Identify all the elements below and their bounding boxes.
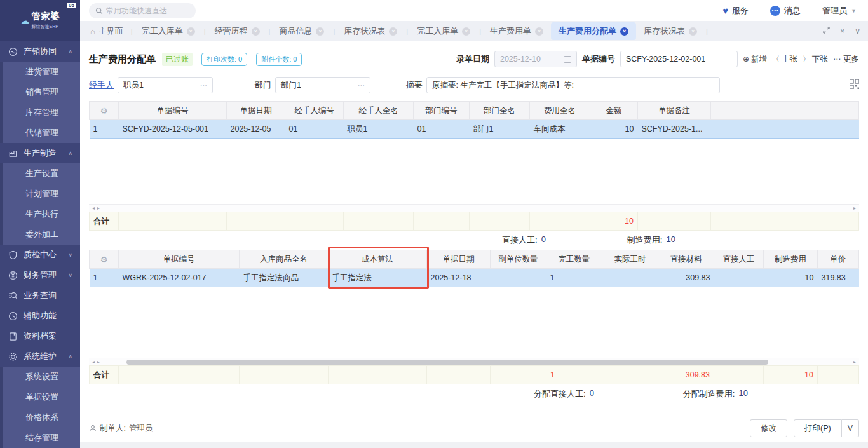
direct-labor-value: 0 [541, 234, 546, 246]
close-icon[interactable]: × [316, 27, 324, 36]
sidebar-item-sales-collab[interactable]: 产销协同 ∧ [0, 41, 80, 62]
plus-circle-icon: ⊕ [743, 55, 749, 64]
calendar-icon[interactable] [564, 56, 571, 63]
print-dropdown-button[interactable]: V [842, 419, 859, 437]
ellipsis-icon[interactable]: ⋯ [200, 81, 207, 90]
new-button[interactable]: ⊕新增 [743, 54, 767, 65]
tab-production-cost-doc[interactable]: 生产费用单× [482, 22, 551, 40]
tab-product-info[interactable]: 商品信息× [271, 22, 332, 40]
tab-bar: ⌂ 主界面 | 完工入库单× | 经营历程× | 商品信息× | 库存状况表× … [80, 21, 868, 41]
doc-no-field[interactable]: SCFY-2025-12-02-001 [620, 51, 738, 67]
scroll-right-icon[interactable]: ▸ [97, 205, 100, 211]
sidebar-item-system-settings[interactable]: 系统设置 [0, 367, 80, 387]
tab-finished-goods-receipt-2[interactable]: 完工入库单× [409, 22, 478, 40]
chevron-down-icon: ▼ [851, 8, 857, 14]
scroll-left-icon[interactable]: ◂ [92, 359, 95, 365]
top-bar: ♥ 服务 ••• 消息 管理员 ▼ [80, 0, 868, 21]
close-icon[interactable]: × [535, 27, 543, 36]
quick-search[interactable] [89, 3, 196, 18]
sidebar-item-procurement-mgmt[interactable]: 进货管理 [0, 62, 80, 82]
scrollbar-thumb[interactable] [126, 360, 768, 365]
receipt-table-row[interactable]: 1 WGRK-2025-12-02-017 手工指定法商品 手工指定法 2025… [90, 269, 859, 287]
sidebar-item-inventory-mgmt[interactable]: 库存管理 [0, 102, 80, 123]
user-name: 管理员 [822, 5, 847, 17]
horizontal-scrollbar[interactable]: ◂ ▸ ▸ [89, 358, 859, 365]
print-count-chip[interactable]: 打印次数: 0 [201, 53, 247, 66]
sidebar-item-finance-mgmt[interactable]: 财务管理 ∨ [0, 265, 80, 285]
qr-code-icon[interactable] [850, 79, 859, 91]
tab-inventory-status-2[interactable]: 库存状况表× [636, 22, 705, 40]
sidebar-menu: 产销协同 ∧ 进货管理 销售管理 库存管理 代销管理 生产制造 ∧ 生产设置 计… [0, 41, 80, 448]
chevron-up-icon: ∧ [68, 353, 72, 360]
prev-doc-button[interactable]: 〈上张 [772, 54, 797, 65]
sidebar-item-qc-center[interactable]: 质检中心 ∨ [0, 245, 80, 265]
yen-circle-icon [8, 270, 18, 281]
service-button[interactable]: ♥ 服务 [722, 5, 749, 17]
collapse-icon[interactable]: ∨ [855, 27, 860, 36]
close-icon[interactable]: × [689, 27, 697, 36]
sidebar-item-system-maintenance[interactable]: 系统维护 ∧ [0, 346, 80, 367]
sidebar-item-balance-mgmt[interactable]: 结存管理 [0, 428, 80, 448]
alloc-direct-labor-value: 0 [590, 388, 594, 400]
sidebar-item-production-mfg[interactable]: 生产制造 ∧ [0, 143, 80, 163]
sidebar-item-data-archive[interactable]: 资料档案 [0, 326, 80, 346]
sidebar-item-production-setup[interactable]: 生产设置 [0, 163, 80, 184]
expense-table-row[interactable]: 1 SCFYD-2025-12-05-001 2025-12-05 01 职员1… [90, 120, 859, 139]
tab-production-cost-allocation[interactable]: 生产费用分配单× [551, 22, 636, 40]
logo-subtitle: 辉煌智造ERP [32, 24, 58, 29]
sidebar-item-sales-mgmt[interactable]: 销售管理 [0, 82, 80, 102]
next-doc-button[interactable]: 〉下张 [803, 54, 828, 65]
sidebar-item-doc-settings[interactable]: 单据设置 [0, 387, 80, 407]
message-button[interactable]: ••• 消息 [770, 5, 801, 17]
tab-home[interactable]: ⌂ 主界面 [88, 25, 130, 37]
cost-method-header[interactable]: 成本算法 [329, 250, 427, 269]
close-icon[interactable]: × [462, 27, 470, 36]
tab-finished-goods-receipt-1[interactable]: 完工入库单× [134, 22, 203, 40]
more-button[interactable]: ⋯更多 [833, 54, 859, 65]
sidebar-item-production-exec[interactable]: 生产执行 [0, 204, 80, 224]
dept-field[interactable]: 部门1⋯ [275, 77, 370, 93]
sidebar-item-aux-functions[interactable]: 辅助功能 [0, 306, 80, 326]
handler-label-link[interactable]: 经手人 [89, 79, 114, 91]
chevron-up-icon: ∧ [68, 48, 72, 55]
modify-button[interactable]: 修改 [750, 419, 787, 437]
horizontal-scrollbar[interactable]: ◂ ▸ ▸ [89, 204, 859, 212]
close-icon[interactable]: × [840, 27, 844, 36]
scroll-right-icon[interactable]: ▸ [97, 359, 100, 365]
cloud-logo-icon: ☁ [20, 15, 30, 27]
column-settings-button[interactable]: ⚙ [90, 250, 119, 269]
alloc-mfg-overhead-label: 分配制造费用: [683, 388, 735, 400]
sidebar-item-biz-query[interactable]: 业务查询 [0, 285, 80, 306]
close-icon[interactable]: × [187, 27, 195, 36]
notebook-icon [8, 331, 18, 342]
expense-table: ⚙ 单据编号 单据日期 经手人编号 经手人全名 部门编号 部门全名 费用全名 金… [89, 101, 859, 231]
sidebar-item-consignment-mgmt[interactable]: 代销管理 [0, 123, 80, 143]
expand-icon[interactable] [823, 27, 830, 36]
cost-method-cell[interactable]: 手工指定法 [329, 269, 427, 287]
print-button[interactable]: 打印(P) [794, 419, 842, 437]
column-settings-button[interactable]: ⚙ [90, 102, 119, 120]
close-icon[interactable]: × [389, 27, 397, 36]
record-date-field[interactable]: 2025-12-10 [494, 51, 577, 67]
attachment-count-chip[interactable]: 附件个数: 0 [256, 53, 302, 66]
ellipsis-icon[interactable]: ⋯ [358, 81, 365, 90]
sidebar-item-plan-mgmt[interactable]: 计划管理 [0, 184, 80, 204]
scroll-right-icon[interactable]: ▸ [853, 359, 856, 365]
sidebar-item-outsourcing[interactable]: 委外加工 [0, 224, 80, 245]
close-icon[interactable]: × [620, 27, 628, 36]
tab-inventory-status-1[interactable]: 库存状况表× [336, 22, 405, 40]
sidebar-item-price-system[interactable]: 价格体系 [0, 407, 80, 428]
close-icon[interactable]: × [252, 27, 260, 36]
tab-business-history[interactable]: 经营历程× [207, 22, 268, 40]
handler-field[interactable]: 职员1⋯ [118, 77, 213, 93]
summary-field[interactable]: 原摘要: 生产完工【手工指定法商品】等: [426, 77, 720, 93]
scroll-right-icon[interactable]: ▸ [853, 205, 856, 211]
user-menu[interactable]: 管理员 ▼ [822, 5, 857, 17]
summary-label: 摘要 [406, 79, 423, 91]
chevron-down-icon: ∨ [68, 252, 72, 258]
row-number: 1 [90, 269, 119, 287]
scroll-left-icon[interactable]: ◂ [92, 205, 95, 211]
search-input[interactable] [106, 6, 189, 15]
chevron-left-icon: 〈 [772, 54, 780, 65]
logo-version-badge: 05 [67, 3, 76, 8]
